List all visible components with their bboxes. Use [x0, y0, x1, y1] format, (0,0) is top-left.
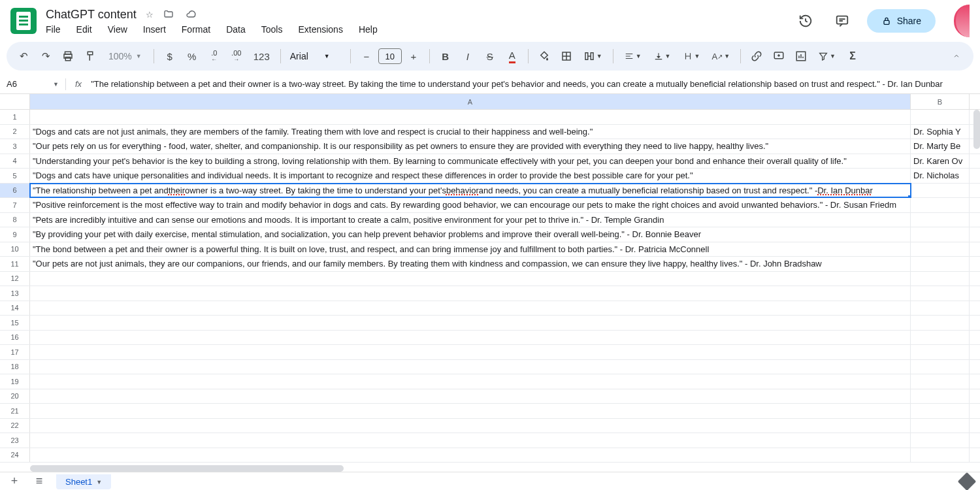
cell[interactable]: Dr. Sophia Y [911, 125, 970, 139]
paint-format-button[interactable] [80, 46, 101, 67]
merge-cells-button[interactable]: ▼ [578, 46, 608, 67]
cell[interactable] [30, 331, 911, 345]
row-header[interactable]: 4 [0, 154, 30, 169]
row-header[interactable]: 19 [0, 374, 30, 389]
cell[interactable] [911, 374, 970, 389]
cell[interactable] [30, 301, 911, 316]
row-header[interactable]: 21 [0, 404, 30, 418]
cell[interactable] [30, 272, 911, 286]
bold-button[interactable]: B [435, 46, 456, 67]
horizontal-align-button[interactable]: ▼ [619, 46, 647, 67]
increase-decimal-button[interactable]: .00→ [226, 46, 247, 67]
percent-button[interactable]: % [182, 46, 203, 67]
column-header-a[interactable]: A [30, 94, 911, 109]
formula-input[interactable]: "The relationship between a pet and thei… [91, 79, 980, 89]
row-header[interactable]: 3 [0, 139, 30, 154]
row-header[interactable]: 12 [0, 272, 30, 286]
cell[interactable]: "The relationship between a pet and thei… [30, 184, 911, 198]
row-header[interactable]: 5 [0, 169, 30, 183]
cell[interactable] [30, 419, 911, 433]
cloud-status-icon[interactable] [184, 9, 198, 20]
cell[interactable]: Dr. Marty Be [911, 139, 970, 154]
row-header[interactable]: 24 [0, 448, 30, 463]
cell[interactable] [30, 360, 911, 374]
cell[interactable] [911, 184, 970, 198]
functions-button[interactable]: Σ [842, 46, 863, 67]
vertical-align-button[interactable]: ▼ [648, 46, 676, 67]
cell[interactable]: Dr. Karen Ov [911, 154, 970, 169]
text-wrap-button[interactable]: ▼ [678, 46, 706, 67]
add-sheet-button[interactable]: + [7, 474, 22, 488]
cell[interactable] [911, 213, 970, 227]
cell[interactable] [911, 448, 970, 463]
text-color-button[interactable]: A [502, 46, 523, 67]
sheet-tab-1[interactable]: Sheet1▼ [56, 473, 111, 489]
currency-button[interactable]: $ [159, 46, 180, 67]
fill-color-button[interactable] [534, 46, 555, 67]
row-header[interactable]: 18 [0, 360, 30, 374]
menu-edit[interactable]: Edit [76, 24, 92, 35]
cell[interactable]: "Positive reinforcement is the most effe… [30, 198, 911, 212]
insert-link-button[interactable] [746, 46, 767, 67]
cell[interactable] [30, 433, 911, 448]
cell[interactable] [911, 110, 970, 124]
cell[interactable] [30, 345, 911, 359]
row-header[interactable]: 8 [0, 213, 30, 227]
cell[interactable]: "Pets are incredibly intuitive and can s… [30, 213, 911, 227]
cell[interactable] [911, 316, 970, 330]
explore-button[interactable] [958, 472, 976, 490]
row-header[interactable]: 10 [0, 242, 30, 257]
menu-tools[interactable]: Tools [261, 24, 283, 35]
cell[interactable]: "By providing your pet with daily exerci… [30, 227, 911, 242]
row-header[interactable]: 16 [0, 331, 30, 345]
strikethrough-button[interactable]: S [480, 46, 500, 67]
cell[interactable]: "Our pets are not just animals, they are… [30, 257, 911, 271]
collapse-toolbar-button[interactable] [946, 46, 967, 67]
cell[interactable] [30, 448, 911, 463]
menu-format[interactable]: Format [182, 24, 210, 35]
row-header[interactable]: 20 [0, 389, 30, 404]
cell[interactable] [911, 345, 970, 359]
cell[interactable] [30, 110, 911, 124]
row-header[interactable]: 9 [0, 227, 30, 242]
cell[interactable] [30, 316, 911, 330]
row-header[interactable]: 2 [0, 125, 30, 139]
cell[interactable] [30, 374, 911, 389]
cell[interactable]: "Understanding your pet's behavior is th… [30, 154, 911, 169]
menu-extensions[interactable]: Extensions [298, 24, 342, 35]
cell[interactable] [911, 360, 970, 374]
cell[interactable] [911, 433, 970, 448]
cell[interactable] [911, 331, 970, 345]
cell[interactable] [911, 227, 970, 242]
text-rotation-button[interactable]: A↗▼ [706, 46, 735, 67]
menu-help[interactable]: Help [359, 24, 378, 35]
cell[interactable] [911, 301, 970, 316]
menu-data[interactable]: Data [226, 24, 246, 35]
insert-chart-button[interactable] [791, 46, 811, 67]
menu-insert[interactable]: Insert [143, 24, 166, 35]
sheets-logo[interactable] [10, 8, 37, 34]
vertical-scrollbar[interactable] [973, 110, 980, 149]
number-format-button[interactable]: 123 [248, 46, 275, 67]
cell[interactable] [911, 242, 970, 257]
row-header[interactable]: 13 [0, 286, 30, 301]
menu-view[interactable]: View [108, 24, 127, 35]
row-header[interactable]: 11 [0, 257, 30, 271]
share-button[interactable]: Share [867, 9, 936, 33]
decrease-decimal-button[interactable]: .0← [204, 46, 225, 67]
star-icon[interactable]: ☆ [146, 10, 154, 20]
print-button[interactable] [57, 46, 78, 67]
cell[interactable]: Dr. Nicholas [911, 169, 970, 183]
font-select[interactable]: Arial▼ [286, 51, 345, 61]
comments-icon[interactable] [830, 9, 854, 33]
select-all-corner[interactable] [0, 94, 30, 109]
font-size-decrease-button[interactable]: − [356, 46, 377, 67]
cell[interactable] [30, 404, 911, 418]
redo-button[interactable]: ↷ [35, 46, 56, 67]
horizontal-scrollbar[interactable] [30, 465, 357, 472]
row-header[interactable]: 22 [0, 419, 30, 433]
cell[interactable] [911, 419, 970, 433]
name-box[interactable]: A6▼ [0, 79, 65, 89]
cell[interactable] [911, 404, 970, 418]
cell[interactable] [30, 286, 911, 301]
